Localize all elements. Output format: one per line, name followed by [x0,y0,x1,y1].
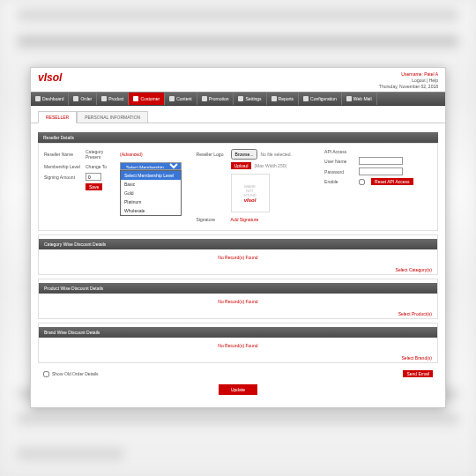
brand-norecords: No Record(s) Found [39,338,437,353]
logo-label: Reseller Logo [197,152,228,157]
nav-settings[interactable]: Settings [234,93,266,105]
promotion-icon [202,96,207,101]
footer-row: Show Old Order Details Send Email [38,367,438,381]
api-user-label: User Name [324,159,356,164]
mail-icon [346,96,352,101]
nav-content[interactable]: Content [165,93,197,105]
membership-dropdown: Select Membership Level Basic Gold Plati… [120,170,182,216]
save-button[interactable]: Save [86,183,102,190]
show-old-orders[interactable]: Show Old Order Details [43,371,99,377]
settings-icon [238,96,243,101]
signing-label: Signing Amount [44,175,83,180]
customer-icon [133,96,138,101]
content: Reseller Details Reseller NameCategory P… [31,123,445,407]
dd-opt-basic[interactable]: Basic [121,180,181,189]
dashboard-icon [35,96,41,101]
dd-opt-platinum[interactable]: Platinum [121,197,181,206]
header-links[interactable]: Logout | Help [379,78,438,84]
product-discount-section: Product Wise Discount Details No Record(… [38,279,438,319]
app-panel: vIsol Username: Patel A Logout | Help Th… [30,67,446,408]
dd-opt-select[interactable]: Select Membership Level [121,171,181,180]
select-brands-link[interactable]: Select Brand(s) [402,355,432,361]
logo-preview: IMAGENOTFOUND vIsol [231,174,270,212]
category-discount-section: Category Wise Discount Details No Record… [38,234,438,275]
browse-button[interactable]: Browse... [231,149,258,160]
dd-opt-wholesale[interactable]: Wholesale [121,206,181,215]
signature-label: Signature [197,217,228,222]
nav-promotion[interactable]: Promotion [197,93,234,105]
product-discount-title: Product Wise Discount Details [39,283,437,294]
api-pass-input[interactable] [359,167,403,175]
nav-webmail[interactable]: Web Mail [342,93,377,105]
api-label: API Access [324,149,356,154]
api-pass-label: Password [324,169,356,175]
select-categories-link[interactable]: Select Category(s) [396,267,432,272]
nav-product[interactable]: Product [97,93,129,105]
header-right: Username: Patel A Logout | Help Thursday… [379,71,438,90]
reseller-form: Reseller NameCategory Present(Advanced) … [38,143,438,231]
username: Username: Patel A [379,71,438,78]
brand-discount-title: Brand Wise Discount Details [39,327,437,338]
send-email-button[interactable]: Send Email [403,370,433,377]
membership-label: Membership Level [44,164,83,169]
api-enable-check[interactable] [359,179,365,185]
nav-dashboard[interactable]: Dashboard [31,93,69,105]
category-norecords: No Record(s) Found [39,249,437,265]
product-icon [101,96,107,101]
maxwidth-text: (Max Width 250) [254,163,286,168]
category-label: Category Present [86,149,117,160]
nofile-text: No file selected. [260,152,292,157]
upload-button[interactable]: Upload [231,162,252,169]
reports-icon [271,96,277,101]
section-reseller-details: Reseller Details [38,132,438,143]
brand-discount-section: Brand Wise Discount Details No Record(s)… [38,323,438,363]
show-old-check[interactable] [43,371,49,377]
order-icon [73,96,78,101]
tabs: RESELLER PERSONAL INFORMATION [31,106,445,123]
header-date: Thursday, November 02, 2018 [379,84,438,90]
signing-input[interactable] [86,173,101,181]
membership-select[interactable]: Select Membership Level [120,162,182,170]
membership-select-wrap: Select Membership Level Select Membershi… [120,162,182,170]
add-signature-link[interactable]: Add Signature [231,217,259,222]
category-value: (Advanced) [120,152,143,157]
product-norecords: No Record(s) Found [39,294,437,309]
nav-reports[interactable]: Reports [267,93,300,105]
update-button[interactable]: Update [219,384,257,395]
api-enable-label: Enable [324,179,356,184]
api-user-input[interactable] [359,157,403,165]
header: vIsol Username: Patel A Logout | Help Th… [31,68,445,92]
main-nav: Dashboard Order Product Customer Content… [31,92,445,106]
tab-personal[interactable]: PERSONAL INFORMATION [77,111,148,123]
content-icon [169,96,175,101]
reseller-name-label: Reseller Name [44,152,83,157]
nav-configuration[interactable]: Configuration [299,93,342,105]
nav-order[interactable]: Order [69,93,97,105]
reset-api-button[interactable]: Reset API Access [371,178,413,185]
changeto-label: Change To [86,164,117,169]
config-icon [303,96,309,101]
logo: vIsol [38,71,62,84]
category-discount-title: Category Wise Discount Details [39,239,437,249]
dd-opt-gold[interactable]: Gold [121,189,181,197]
nav-customer[interactable]: Customer [129,93,165,105]
tab-reseller[interactable]: RESELLER [38,111,77,123]
select-products-link[interactable]: Select Product(s) [398,311,432,316]
